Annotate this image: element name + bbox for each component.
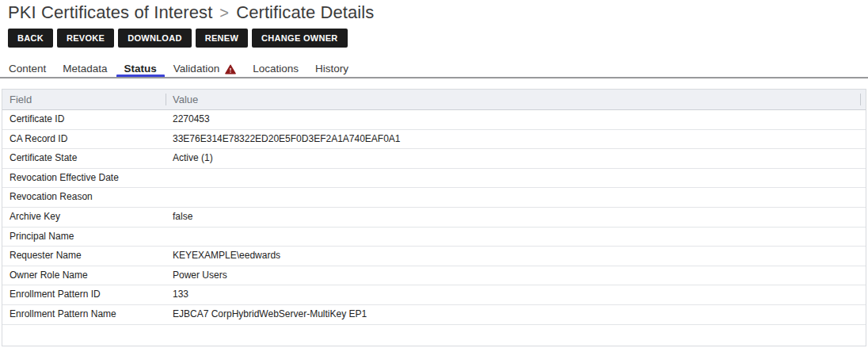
value-cell: 133	[173, 285, 188, 304]
column-resize-handle[interactable]	[166, 94, 166, 105]
field-cell: Owner Role Name	[10, 266, 88, 285]
value-cell: Active (1)	[173, 149, 213, 168]
tab-history[interactable]: History	[315, 60, 348, 77]
back-button[interactable]: BACK	[8, 29, 53, 48]
tab-metadata[interactable]: Metadata	[63, 60, 107, 77]
tab-label: Locations	[253, 61, 299, 77]
table-row: Revocation Reason	[2, 188, 866, 208]
field-cell: Revocation Effective Date	[10, 169, 119, 188]
value-cell: EJBCA7 CorpHybridWebServer-MultiKey EP1	[173, 305, 367, 324]
renew-button[interactable]: RENEW	[196, 29, 248, 48]
field-cell: Requester Name	[10, 247, 82, 266]
tab-bar: ContentMetadataStatusValidationLocations…	[9, 60, 348, 77]
table-row: Archive Keyfalse	[2, 208, 866, 228]
tab-content[interactable]: Content	[9, 60, 46, 77]
table-row: Principal Name	[2, 228, 866, 247]
field-cell: Enrollment Pattern ID	[10, 285, 101, 304]
field-cell: Certificate ID	[10, 110, 64, 129]
field-cell: Certificate State	[10, 149, 77, 168]
revoke-button[interactable]: REVOKE	[57, 29, 114, 48]
field-cell: Enrollment Pattern Name	[10, 305, 116, 324]
page-title: PKI Certificates of Interest>Certificate…	[8, 2, 374, 23]
warning-triangle-icon	[225, 63, 236, 74]
tab-label: Validation	[173, 61, 219, 77]
table-row: Requester NameKEYEXAMPLE\eedwards	[2, 247, 866, 266]
table-row: Revocation Effective Date	[2, 169, 866, 189]
table-row: Certificate StateActive (1)	[2, 149, 866, 169]
value-cell: 33E76E314E78322ED20E5F0D3EF2A1A740EAF0A1	[173, 130, 401, 149]
table-row: Certificate ID2270453	[2, 110, 866, 130]
table-row: Owner Role NamePower Users	[2, 266, 866, 286]
field-cell: CA Record ID	[10, 130, 67, 149]
breadcrumb-separator: >	[219, 4, 229, 21]
field-cell: Archive Key	[10, 208, 60, 227]
breadcrumb-current: Certificate Details	[236, 2, 374, 22]
change-owner-button[interactable]: CHANGE OWNER	[252, 29, 348, 48]
tab-label: Metadata	[63, 61, 107, 77]
value-cell: false	[173, 208, 192, 227]
table-body: Certificate ID2270453CA Record ID33E76E3…	[2, 110, 866, 325]
column-resize-handle-right[interactable]	[860, 94, 861, 105]
column-header-value: Value	[173, 90, 198, 109]
certificate-status-table: Field Value Certificate ID2270453CA Reco…	[2, 89, 866, 346]
value-cell: 2270453	[173, 110, 210, 129]
tab-validation[interactable]: Validation	[173, 60, 236, 77]
tab-label: History	[315, 61, 348, 77]
table-header-row: Field Value	[2, 89, 866, 110]
value-cell: KEYEXAMPLE\eedwards	[173, 247, 280, 266]
field-cell: Revocation Reason	[10, 188, 93, 207]
column-header-field: Field	[10, 90, 32, 109]
table-row: CA Record ID33E76E314E78322ED20E5F0D3EF2…	[2, 130, 866, 150]
download-button[interactable]: DOWNLOAD	[118, 29, 191, 48]
value-cell: Power Users	[173, 266, 227, 285]
tab-label: Content	[9, 61, 46, 77]
tab-bar-divider	[0, 77, 868, 78]
table-row: Enrollment Pattern ID133	[2, 285, 866, 305]
field-cell: Principal Name	[10, 228, 74, 247]
toolbar: BACKREVOKEDOWNLOADRENEWCHANGE OWNER	[8, 29, 348, 48]
breadcrumb-parent[interactable]: PKI Certificates of Interest	[8, 2, 212, 22]
tab-status[interactable]: Status	[124, 60, 157, 77]
table-row: Enrollment Pattern NameEJBCA7 CorpHybrid…	[2, 305, 866, 325]
tab-locations[interactable]: Locations	[253, 60, 299, 77]
